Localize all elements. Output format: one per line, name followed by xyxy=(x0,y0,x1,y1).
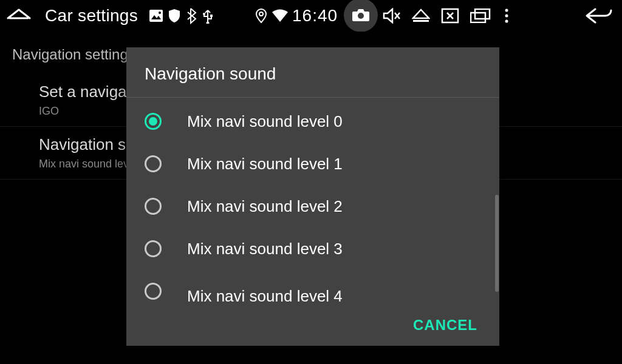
svg-point-5 xyxy=(259,12,263,16)
wifi-icon xyxy=(272,0,289,32)
svg-rect-7 xyxy=(413,20,429,22)
option-label: Mix navi sound level 1 xyxy=(187,155,343,174)
sound-option-0[interactable]: Mix navi sound level 0 xyxy=(126,100,499,143)
cancel-button[interactable]: CANCEL xyxy=(413,317,477,334)
dialog-actions: CANCEL xyxy=(126,305,499,346)
svg-point-6 xyxy=(358,13,364,19)
usb-icon xyxy=(202,0,213,32)
sound-option-3[interactable]: Mix navi sound level 3 xyxy=(126,228,499,270)
svg-rect-3 xyxy=(210,15,213,17)
svg-point-2 xyxy=(203,13,205,15)
radio-icon xyxy=(145,283,162,300)
recents-icon[interactable] xyxy=(470,0,491,32)
clock: 16:40 xyxy=(292,6,338,25)
option-label: Mix navi sound level 2 xyxy=(187,197,343,216)
option-label: Mix navi sound level 4 xyxy=(187,287,343,305)
radio-icon xyxy=(145,198,162,215)
scrollbar-thumb[interactable] xyxy=(495,195,499,292)
option-label: Mix navi sound level 3 xyxy=(187,240,343,258)
location-icon xyxy=(256,0,267,32)
sound-option-2[interactable]: Mix navi sound level 2 xyxy=(126,185,499,228)
option-label: Mix navi sound level 0 xyxy=(187,112,343,131)
svg-rect-9 xyxy=(471,13,485,22)
bluetooth-icon xyxy=(185,0,197,32)
dialog-title: Navigation sound xyxy=(126,47,499,98)
close-window-icon[interactable] xyxy=(441,0,459,32)
sound-option-4[interactable]: Mix navi sound level 4 xyxy=(126,270,499,305)
dialog-body: Mix navi sound level 0 Mix navi sound le… xyxy=(126,98,499,305)
camera-button[interactable] xyxy=(344,0,378,32)
svg-point-13 xyxy=(505,20,508,23)
mute-icon[interactable] xyxy=(383,0,401,32)
svg-point-11 xyxy=(505,9,508,12)
svg-point-1 xyxy=(159,12,161,14)
back-icon[interactable] xyxy=(583,0,612,32)
radio-icon xyxy=(145,155,162,172)
navigation-sound-dialog: Navigation sound Mix navi sound level 0 … xyxy=(126,47,499,346)
eject-icon[interactable] xyxy=(412,0,430,32)
picture-icon xyxy=(149,0,163,32)
svg-point-4 xyxy=(207,22,210,24)
radio-icon xyxy=(145,113,162,130)
shield-icon xyxy=(168,0,180,32)
sound-option-1[interactable]: Mix navi sound level 1 xyxy=(126,143,499,185)
more-icon[interactable] xyxy=(504,0,509,32)
svg-point-12 xyxy=(505,15,508,18)
status-bar: Car settings 16:40 xyxy=(0,0,622,32)
radio-icon xyxy=(145,240,162,257)
home-icon[interactable] xyxy=(6,0,32,32)
app-title: Car settings xyxy=(45,6,138,25)
svg-rect-0 xyxy=(149,10,163,22)
svg-rect-10 xyxy=(475,9,490,19)
